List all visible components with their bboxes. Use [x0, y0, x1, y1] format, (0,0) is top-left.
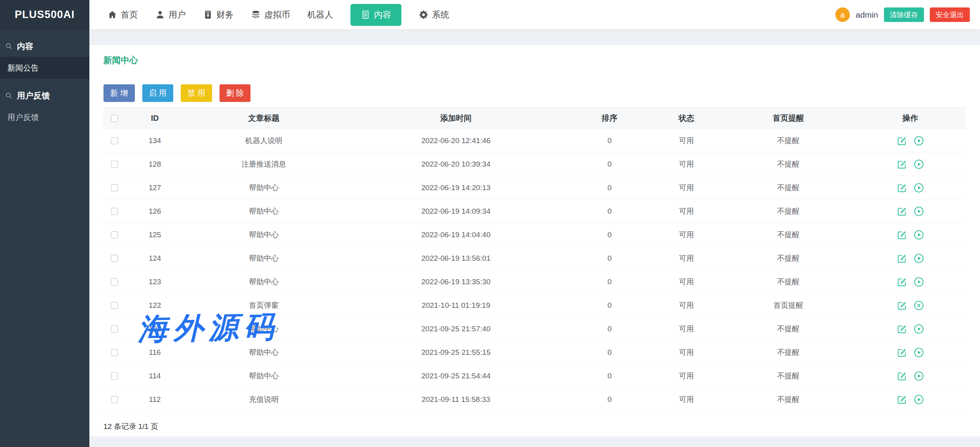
nav-item-label: 内容 [374, 9, 391, 21]
cell-sort: 0 [568, 364, 651, 388]
row-actions [855, 324, 966, 334]
play-icon[interactable] [914, 277, 924, 287]
avatar[interactable]: a [835, 7, 850, 22]
cell-id: 122 [125, 294, 184, 317]
row-checkbox[interactable] [111, 184, 118, 191]
cell-title: 帮助中心 [184, 200, 343, 223]
row-checkbox[interactable] [111, 396, 118, 403]
nav-item-1[interactable]: 首页 [107, 9, 138, 21]
row-checkbox[interactable] [111, 208, 118, 215]
edit-icon[interactable] [897, 300, 907, 311]
sidebar-section-label: 内容 [17, 41, 33, 52]
play-icon[interactable] [914, 183, 924, 193]
nav-item-6[interactable]: 内容 [350, 4, 401, 26]
row-checkbox[interactable] [111, 137, 118, 144]
cell-sort: 0 [568, 129, 651, 153]
edit-icon[interactable] [897, 324, 907, 334]
cell-id: 124 [125, 247, 184, 270]
sidebar: PLUS500AI 内容新闻公告用户反馈用户反馈 [0, 0, 89, 447]
row-actions [855, 206, 966, 216]
edit-icon[interactable] [897, 136, 907, 146]
cell-status: 可用 [651, 176, 722, 200]
edit-icon[interactable] [897, 347, 907, 358]
cell-reminder: 首页提醒 [722, 294, 855, 317]
nav-item-label: 用户 [169, 9, 186, 21]
nav-item-3[interactable]: ¥财务 [203, 9, 234, 21]
edit-icon[interactable] [897, 230, 907, 240]
edit-icon[interactable] [897, 394, 907, 405]
cell-reminder: 不提醒 [722, 317, 855, 341]
cell-status: 可用 [651, 270, 722, 294]
cell-time: 2022-06-19 13:35:30 [343, 270, 568, 294]
select-all-checkbox[interactable] [111, 115, 118, 122]
cell-sort: 0 [568, 223, 651, 247]
row-actions [855, 253, 966, 263]
edit-icon[interactable] [897, 183, 907, 193]
nav-item-2[interactable]: 用户 [155, 9, 186, 21]
row-actions [855, 394, 966, 405]
cell-sort: 0 [568, 388, 651, 411]
play-icon[interactable] [914, 206, 924, 216]
row-checkbox[interactable] [111, 349, 118, 356]
disable-button[interactable]: 禁 用 [181, 84, 212, 102]
play-icon[interactable] [914, 159, 924, 169]
edit-icon[interactable] [897, 206, 907, 216]
play-icon[interactable] [914, 347, 924, 358]
app-logo: PLUS500AI [0, 0, 89, 29]
nav-item-7[interactable]: 系统 [419, 9, 449, 21]
edit-icon[interactable] [897, 277, 907, 287]
cell-title: 注册推送消息 [184, 153, 343, 176]
search-icon [5, 91, 13, 100]
logout-button[interactable]: 安全退出 [930, 7, 970, 22]
delete-button[interactable]: 删 除 [220, 84, 251, 102]
svg-text:¥: ¥ [207, 13, 209, 18]
column-header: ID [125, 108, 184, 129]
clear-cache-button[interactable]: 清除缓存 [884, 7, 924, 22]
play-icon[interactable] [914, 136, 924, 146]
cell-id: 121 [125, 317, 184, 341]
edit-icon[interactable] [897, 371, 907, 381]
cell-reminder: 不提醒 [722, 153, 855, 176]
row-checkbox[interactable] [111, 255, 118, 262]
cell-time: 2022-06-19 14:09:34 [343, 200, 568, 223]
cell-time: 2022-06-19 14:20:13 [343, 176, 568, 200]
play-icon[interactable] [914, 371, 924, 381]
row-checkbox[interactable] [111, 372, 118, 380]
add-button[interactable]: 新 增 [103, 84, 135, 102]
edit-icon[interactable] [897, 253, 907, 263]
table-row: 116帮助中心2021-09-25 21:55:150可用不提醒 [103, 341, 966, 364]
row-checkbox[interactable] [111, 231, 118, 238]
cell-time: 2022-06-19 14:04:40 [343, 223, 568, 247]
edit-icon[interactable] [897, 159, 907, 169]
pause-icon[interactable] [914, 300, 924, 311]
cell-reminder: 不提醒 [722, 341, 855, 364]
nav-item-5[interactable]: 机器人 [307, 9, 333, 21]
row-checkbox[interactable] [111, 278, 118, 285]
row-actions [855, 277, 966, 287]
cell-status: 可用 [651, 247, 722, 270]
cell-reminder: 不提醒 [722, 129, 855, 153]
row-checkbox[interactable] [111, 161, 118, 168]
play-icon[interactable] [914, 324, 924, 334]
row-actions [855, 183, 966, 193]
sidebar-section-header[interactable]: 内容 [0, 35, 89, 57]
nav-item-label: 首页 [121, 9, 138, 21]
nav-item-4[interactable]: 虚拟币 [251, 9, 290, 21]
row-checkbox[interactable] [111, 325, 118, 333]
table-row: 121帮助中心2021-09-25 21:57:400可用不提醒 [103, 317, 966, 341]
sidebar-item-feedback[interactable]: 用户反馈 [0, 106, 89, 128]
table-row: 123帮助中心2022-06-19 13:35:300可用不提醒 [103, 270, 966, 294]
cell-reminder: 不提醒 [722, 176, 855, 200]
play-icon[interactable] [914, 394, 924, 405]
row-checkbox[interactable] [111, 302, 118, 309]
play-icon[interactable] [914, 253, 924, 263]
cell-title: 首页弹窗 [184, 294, 343, 317]
toolbar: 新 增启 用禁 用删 除 [103, 84, 969, 102]
play-icon[interactable] [914, 230, 924, 240]
enable-button[interactable]: 启 用 [142, 84, 174, 102]
record-count: 12 条记录 1/1 页 [103, 422, 969, 432]
sidebar-item-news[interactable]: 新闻公告 [0, 57, 89, 79]
cell-time: 2021-09-25 21:57:40 [343, 317, 568, 341]
content-card: 新闻中心 新 增启 用禁 用删 除 ID文章标题添加时间排序状态首页提醒操作 1… [89, 45, 980, 436]
sidebar-section-header[interactable]: 用户反馈 [0, 84, 89, 106]
